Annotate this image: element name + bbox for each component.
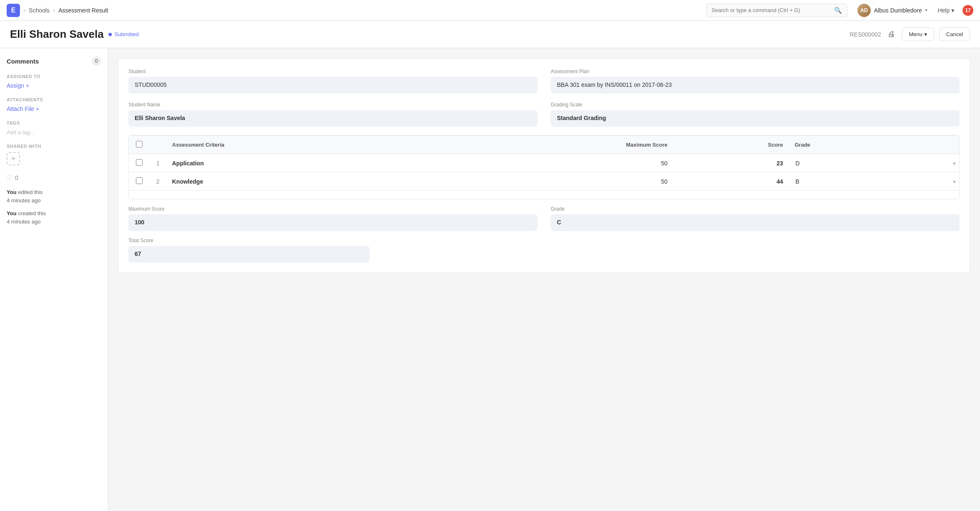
col-max-score-header: Maximum Score — [443, 136, 673, 154]
tags-label: TAGS — [7, 120, 101, 125]
activity-entry-1: You edited this4 minutes ago — [7, 188, 101, 204]
help-chevron-icon: ▾ — [951, 7, 954, 14]
assigned-to-label: ASSIGNED TO — [7, 74, 101, 79]
student-field: Student STUD00005 — [128, 69, 537, 93]
search-bar[interactable]: 🔍 — [706, 4, 847, 17]
help-label: Help — [938, 7, 950, 14]
assigned-to-section: ASSIGNED TO Assign + — [7, 74, 101, 89]
max-score-summary: Maximum Score 100 — [128, 206, 537, 231]
page-header: Elli Sharon Savela Submitted RES000002 🖨… — [0, 21, 980, 48]
student-value: STUD00005 — [128, 77, 537, 93]
user-menu[interactable]: AD Albus Dumbledore ▾ — [857, 4, 928, 17]
total-score-summary: Total Score 67 — [128, 238, 960, 263]
row-score: 44 — [673, 172, 789, 191]
assessment-plan-label: Assessment Plan — [551, 69, 960, 74]
help-menu[interactable]: Help ▾ — [938, 7, 954, 14]
table-row: 1 Application 50 23 D ▾ — [129, 154, 959, 172]
attach-file-link[interactable]: Attach File + — [7, 106, 101, 112]
attachments-section: ATTACHMENTS Attach File + — [7, 97, 101, 112]
search-icon: 🔍 — [834, 7, 842, 14]
summary-grid: Maximum Score 100 Grade C — [128, 206, 960, 231]
print-button[interactable]: 🖨 — [886, 28, 897, 40]
col-criteria-header: Assessment Criteria — [166, 136, 443, 154]
row-score: 23 — [673, 154, 789, 172]
comments-section: Comments 0 — [7, 57, 101, 66]
breadcrumb-sep-2: › — [53, 7, 55, 14]
sidebar: Comments 0 ASSIGNED TO Assign + ATTACHME… — [0, 48, 108, 511]
student-label: Student — [128, 69, 537, 74]
row-dropdown[interactable]: ▾ — [907, 154, 959, 172]
page-actions: RES000002 🖨 Menu ▾ Cancel — [849, 27, 970, 41]
student-name-field: Student Name Elli Sharon Savela — [128, 102, 537, 127]
notification-count: 17 — [965, 7, 970, 13]
record-id: RES000002 — [849, 31, 881, 38]
attachments-label: ATTACHMENTS — [7, 97, 101, 102]
activity-entry-2: You created this4 minutes ago — [7, 209, 101, 226]
heart-icon[interactable]: ♡ — [7, 174, 12, 182]
grade-summary-label: Grade — [551, 206, 960, 212]
add-tag-placeholder[interactable]: Add a tag... — [7, 129, 34, 135]
page-title: Elli Sharon Savela — [10, 28, 103, 41]
status-badge: Submitted — [108, 31, 139, 37]
row-dropdown-icon[interactable]: ▾ — [953, 179, 956, 185]
col-checkbox[interactable] — [129, 136, 150, 154]
row-checkbox-cell[interactable] — [129, 172, 150, 191]
grade-summary-value: C — [551, 214, 960, 231]
app-logo: E — [7, 4, 20, 17]
search-input[interactable] — [712, 7, 831, 13]
status-dot — [108, 33, 112, 36]
likes-count: 0 — [15, 174, 18, 181]
logo-letter: E — [11, 7, 16, 14]
user-chevron-icon: ▾ — [925, 7, 928, 13]
breadcrumb-schools[interactable]: Schools — [29, 7, 49, 14]
assessment-plan-field: Assessment Plan BBA 301 exam by INS/0001… — [551, 69, 960, 93]
grading-scale-label: Grading Scale — [551, 102, 960, 108]
top-navigation: E › Schools › Assessment Result 🔍 AD Alb… — [0, 0, 980, 21]
shared-add-button[interactable]: + — [7, 152, 20, 165]
row-max-score: 50 — [443, 172, 673, 191]
max-score-summary-label: Maximum Score — [128, 206, 537, 212]
row-num: 2 — [150, 172, 166, 191]
student-name-value: Elli Sharon Savela — [128, 110, 537, 127]
col-action-header — [907, 136, 959, 154]
cancel-button[interactable]: Cancel — [939, 27, 970, 41]
assessment-table: Assessment Criteria Maximum Score Score … — [129, 135, 959, 191]
notification-badge[interactable]: 17 — [963, 5, 973, 16]
row-checkbox[interactable] — [136, 159, 143, 166]
assign-link[interactable]: Assign + — [7, 82, 101, 89]
main-content: Student STUD00005 Assessment Plan BBA 30… — [108, 48, 980, 511]
main-layout: Comments 0 ASSIGNED TO Assign + ATTACHME… — [0, 48, 980, 511]
likes-row: ♡ 0 — [7, 174, 101, 182]
total-score-value: 67 — [128, 246, 369, 263]
student-info-card: Student STUD00005 Assessment Plan BBA 30… — [118, 58, 970, 273]
row-checkbox[interactable] — [136, 177, 143, 184]
tags-section: TAGS Add a tag... — [7, 120, 101, 135]
row-dropdown-icon[interactable]: ▾ — [953, 160, 956, 167]
shared-with-label: SHARED WITH — [7, 144, 101, 149]
row-dropdown[interactable]: ▾ — [907, 172, 959, 191]
row-criteria: Application — [166, 154, 443, 172]
row-criteria: Knowledge — [166, 172, 443, 191]
row-num: 1 — [150, 154, 166, 172]
table-row: 2 Knowledge 50 44 B ▾ — [129, 172, 959, 191]
select-all-checkbox[interactable] — [136, 141, 143, 147]
page-title-group: Elli Sharon Savela Submitted — [10, 28, 139, 41]
comments-title: Comments — [7, 58, 39, 65]
max-score-summary-value: 100 — [128, 214, 537, 231]
row-max-score: 50 — [443, 154, 673, 172]
cancel-label: Cancel — [946, 31, 963, 37]
avatar: AD — [857, 4, 871, 17]
col-score-header: Score — [673, 136, 789, 154]
assessment-plan-value: BBA 301 exam by INS/00011 on 2017-06-23 — [551, 77, 960, 93]
breadcrumb-sep-1: › — [23, 7, 25, 14]
row-grade: D — [789, 154, 907, 172]
student-name-label: Student Name — [128, 102, 537, 108]
grading-scale-value: Standard Grading — [551, 110, 960, 127]
assessment-table-container: Assessment Criteria Maximum Score Score … — [128, 135, 960, 199]
menu-button[interactable]: Menu ▾ — [902, 27, 934, 41]
row-checkbox-cell[interactable] — [129, 154, 150, 172]
username: Albus Dumbledore — [874, 7, 922, 14]
menu-label: Menu — [909, 31, 923, 37]
col-grade-header: Grade — [789, 136, 907, 154]
grading-scale-field: Grading Scale Standard Grading — [551, 102, 960, 127]
